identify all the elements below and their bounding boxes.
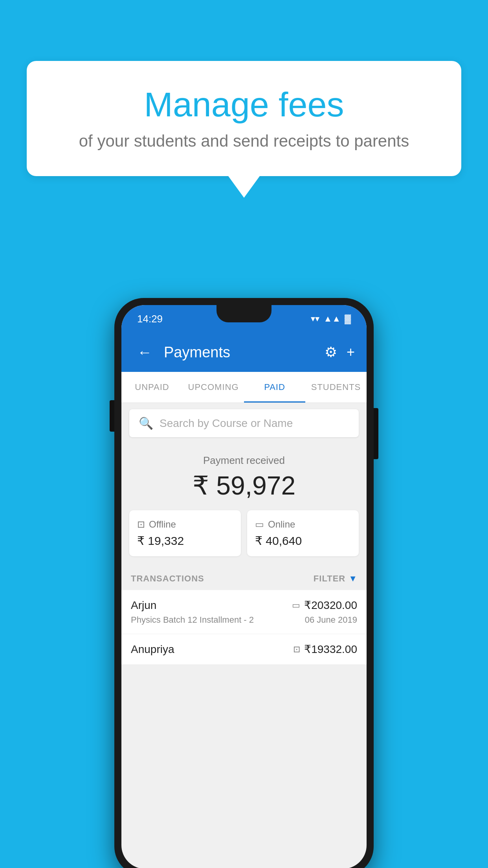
payment-received-label: Payment received xyxy=(129,454,359,467)
search-icon: 🔍 xyxy=(139,416,153,430)
app-bar-actions: ⚙ + xyxy=(325,344,355,360)
app-bar: ← Payments ⚙ + xyxy=(121,333,367,372)
speech-bubble-container: Manage fees of your students and send re… xyxy=(27,61,461,198)
transaction-row-bottom: Physics Batch 12 Installment - 2 06 June… xyxy=(131,615,357,625)
settings-icon[interactable]: ⚙ xyxy=(325,344,337,360)
transaction-amount-area: ▭ ₹20320.00 xyxy=(292,599,357,612)
tab-upcoming[interactable]: UPCOMING xyxy=(183,372,244,403)
payment-cards: ⊡ Offline ₹ 19,332 ▭ Online ₹ 40,640 xyxy=(129,510,359,556)
add-icon[interactable]: + xyxy=(347,344,355,360)
tab-students[interactable]: STUDENTS xyxy=(305,372,367,403)
online-amount: ₹ 40,640 xyxy=(255,534,351,548)
offline-card-header: ⊡ Offline xyxy=(137,519,233,530)
status-icons: ▾▾ ▲▲ ▓ xyxy=(311,314,351,324)
transaction-date: 06 June 2019 xyxy=(305,615,357,625)
transactions-header: TRANSACTIONS FILTER ▼ xyxy=(121,564,367,590)
offline-amount: ₹ 19,332 xyxy=(137,534,233,548)
tab-bar: UNPAID UPCOMING PAID STUDENTS xyxy=(121,372,367,403)
speech-bubble-subtitle: of your students and send receipts to pa… xyxy=(58,132,430,151)
app-bar-title: Payments xyxy=(164,344,317,361)
search-placeholder: Search by Course or Name xyxy=(160,417,293,430)
speech-bubble-title: Manage fees xyxy=(58,85,430,125)
payment-total-amount: ₹ 59,972 xyxy=(129,471,359,501)
phone-mockup: 14:29 ▾▾ ▲▲ ▓ ← Payments ⚙ + xyxy=(114,298,374,868)
filter-icon: ▼ xyxy=(349,574,357,584)
offline-label: Offline xyxy=(149,519,176,530)
tab-paid[interactable]: PAID xyxy=(244,372,305,403)
online-label: Online xyxy=(268,519,295,530)
offline-card: ⊡ Offline ₹ 19,332 xyxy=(129,510,241,556)
transaction-amount: ₹19332.00 xyxy=(304,643,357,656)
transaction-row[interactable]: Arjun ▭ ₹20320.00 Physics Batch 12 Insta… xyxy=(121,590,367,634)
filter-button[interactable]: FILTER ▼ xyxy=(314,574,357,584)
transaction-row-top: Arjun ▭ ₹20320.00 xyxy=(131,599,357,612)
wifi-icon: ▾▾ xyxy=(311,314,319,324)
transaction-name: Arjun xyxy=(131,599,156,612)
phone-screen: 14:29 ▾▾ ▲▲ ▓ ← Payments ⚙ + xyxy=(121,305,367,868)
transaction-amount: ₹20320.00 xyxy=(304,599,357,612)
transaction-row[interactable]: Anupriya ⊡ ₹19332.00 xyxy=(121,634,367,664)
status-bar: 14:29 ▾▾ ▲▲ ▓ xyxy=(121,305,367,333)
back-button[interactable]: ← xyxy=(133,340,156,365)
online-icon: ▭ xyxy=(255,519,264,530)
tab-unpaid[interactable]: UNPAID xyxy=(121,372,183,403)
transaction-row-top: Anupriya ⊡ ₹19332.00 xyxy=(131,643,357,656)
phone-outer-shell: 14:29 ▾▾ ▲▲ ▓ ← Payments ⚙ + xyxy=(114,298,374,868)
online-card: ▭ Online ₹ 40,640 xyxy=(247,510,359,556)
speech-bubble: Manage fees of your students and send re… xyxy=(27,61,461,176)
filter-label: FILTER xyxy=(314,574,345,584)
offline-icon: ⊡ xyxy=(137,519,145,530)
signal-icon: ▲▲ xyxy=(323,314,341,324)
transaction-list: Arjun ▭ ₹20320.00 Physics Batch 12 Insta… xyxy=(121,590,367,664)
transactions-label: TRANSACTIONS xyxy=(131,574,204,584)
transaction-course: Physics Batch 12 Installment - 2 xyxy=(131,615,254,625)
search-bar[interactable]: 🔍 Search by Course or Name xyxy=(129,409,359,437)
payment-method-icon: ▭ xyxy=(292,600,300,611)
transaction-name: Anupriya xyxy=(131,643,174,656)
battery-icon: ▓ xyxy=(345,314,351,324)
status-time: 14:29 xyxy=(137,313,163,325)
payment-summary: Payment received ₹ 59,972 ⊡ Offline ₹ 19… xyxy=(121,443,367,564)
payment-method-icon: ⊡ xyxy=(293,644,300,655)
transaction-amount-area: ⊡ ₹19332.00 xyxy=(293,643,357,656)
online-card-header: ▭ Online xyxy=(255,519,351,530)
speech-bubble-arrow xyxy=(228,176,260,198)
